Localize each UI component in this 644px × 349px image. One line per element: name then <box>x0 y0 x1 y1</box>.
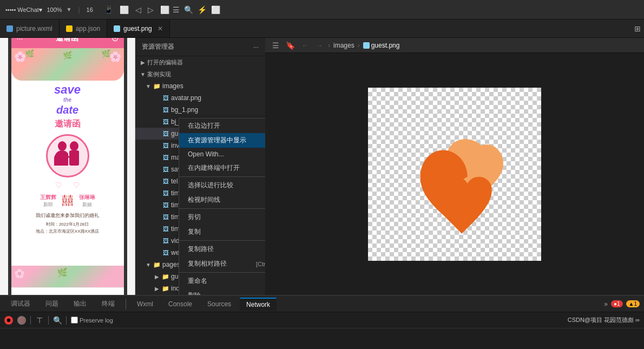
phone-tab-moments[interactable]: ▶ 美好时光 <box>68 288 96 295</box>
menu-icon[interactable]: ☰ <box>173 5 180 14</box>
devtools-tab-sources[interactable]: Sources <box>201 298 238 310</box>
save-th-file-icon: 🖼 <box>161 166 170 173</box>
tab-close-guest-png[interactable]: ✕ <box>157 25 163 32</box>
watermark-text: CSDN@项目 花园范德彪 ∞ <box>568 316 640 324</box>
toolbar-separator-2 <box>48 316 49 325</box>
devtools-tab-issues-label: 问题 <box>45 300 58 307</box>
tablet-icon[interactable]: ⬜ <box>120 5 129 14</box>
timg1-file-icon: 🖼 <box>161 190 170 196</box>
ctx-show-explorer-label: 在资源管理器中显示 <box>188 136 246 145</box>
toolbar-separator-3 <box>66 316 67 325</box>
split-editor-icon[interactable]: ⊞ <box>631 19 644 37</box>
couple-svg <box>49 139 87 174</box>
tabs-spacer <box>170 19 631 37</box>
filter-button[interactable]: ⊤ <box>35 316 44 325</box>
ctx-separator-1 <box>179 176 265 177</box>
devtools-more-icon[interactable]: » <box>604 300 608 308</box>
breadcrumb-back-btn[interactable]: ← <box>300 41 311 50</box>
phone-body: 🌸 🌿 🌸 🌿 🌿 save the date 邀请函 <box>11 48 124 287</box>
ctx-delete[interactable]: 删除 [Delete] <box>179 288 265 295</box>
preserve-log-checkbox[interactable] <box>71 317 78 324</box>
tree-file-bg1[interactable]: 🖼 bg_1.png <box>135 104 265 116</box>
images-folder-label: images <box>162 82 183 90</box>
zoom-label: 100% <box>47 6 62 13</box>
file-panel-menu[interactable]: ··· <box>253 43 259 51</box>
heart-left: ♡ <box>55 181 62 189</box>
devtools-tab-bar: 调试器 问题 输出 终端 Wxml Console Sources Networ… <box>0 296 644 312</box>
invitation-body-text: 我们诚邀您来参加我们的婚礼 <box>36 212 99 219</box>
tree-section-open-editors[interactable]: ▶ 打开的编辑器 <box>135 56 265 68</box>
images-folder-icon: 📁 <box>153 83 161 90</box>
bg1-file-label: bg_1.png <box>171 106 198 114</box>
record-button[interactable]: ⏺ <box>4 316 13 325</box>
case-impl-label: 案例实现 <box>147 70 171 78</box>
xi-character: 囍 <box>62 193 74 209</box>
invitation-tab-icon: 📧 <box>19 293 31 295</box>
tab-picture-wxml[interactable]: picture.wxml <box>0 19 60 37</box>
ctx-delete-label: 删除 <box>188 291 201 295</box>
floral-top-decoration: 🌸 🌿 🌸 🌿 🌿 <box>11 48 124 81</box>
wedding-file-icon: 🖼 <box>161 249 170 256</box>
breadcrumb-separator-1: › <box>328 42 330 49</box>
devtools-tab-network[interactable]: Network <box>240 298 277 311</box>
search-topbar-icon[interactable]: 🔍 <box>184 5 193 14</box>
open-editors-arrow: ▶ <box>139 60 147 65</box>
clear-button[interactable]: 🚫 <box>17 316 26 325</box>
tree-section-case-impl[interactable]: ▼ 案例实现 <box>135 68 265 80</box>
devtools-tab-issues[interactable]: 问题 <box>39 297 65 311</box>
save-the-date-text: save the date <box>54 83 81 117</box>
phone-icon[interactable]: 📱 <box>104 5 113 14</box>
devtools-tab-debugger[interactable]: 调试器 <box>4 297 37 311</box>
devtools-tab-output[interactable]: 输出 <box>67 297 93 311</box>
breadcrumb-menu-icon[interactable]: ☰ <box>271 41 281 50</box>
tree-file-avatar[interactable]: 🖼 avatar.png <box>135 92 265 104</box>
guest-subfolder-arrow: ▶ <box>153 274 161 280</box>
file-panel-header: 资源管理器 ··· <box>135 38 265 56</box>
split-icon[interactable]: ⬜ <box>160 5 169 14</box>
ctx-timeline[interactable]: 检视时间线 <box>179 193 265 207</box>
bride-name: 张琳琳 <box>79 194 95 201</box>
back-icon[interactable]: ◁ <box>135 5 141 14</box>
debug-icon[interactable]: ⚡ <box>198 5 207 14</box>
phone-nav-bar: ··· 邀请函 ⊙ <box>11 38 124 48</box>
breadcrumb-bookmark-icon[interactable]: 🔖 <box>284 41 297 50</box>
ctx-show-explorer[interactable]: 在资源管理器中显示 [Shift+Alt+R] <box>179 133 265 148</box>
moments-tab-icon: ▶ <box>78 293 86 295</box>
ctx-copy[interactable]: 复制 [Ctrl+C] <box>179 225 265 239</box>
ctx-rename[interactable]: 重命名 [F2] <box>179 274 265 288</box>
ctx-copy-path[interactable]: 复制路径 [Shift+Alt+C] <box>179 242 265 256</box>
ctx-compare[interactable]: 选择以进行比较 <box>179 178 265 193</box>
tree-folder-images[interactable]: ▼ 📁 images <box>135 80 265 92</box>
ctx-open-with[interactable]: Open With... <box>179 148 265 161</box>
devtools-tab-wxml[interactable]: Wxml <box>130 298 160 310</box>
ctx-cut[interactable]: 剪切 [Ctrl+X] <box>179 210 265 225</box>
nav-target-icon[interactable]: ⊙ <box>111 38 119 43</box>
devtools-tab-console[interactable]: Console <box>162 298 199 310</box>
guest-subfolder-icon: 📁 <box>161 273 170 280</box>
devtools-tab-terminal[interactable]: 终端 <box>95 297 121 311</box>
ctx-open-side[interactable]: 在边边打开 [Ctrl+Enter] <box>179 118 265 133</box>
file-tree-panel: 资源管理器 ··· ▶ 打开的编辑器 ▼ 案例实现 ▼ 📁 images <box>135 38 265 295</box>
forward-icon[interactable]: ▷ <box>148 5 154 14</box>
breadcrumb-forward-btn[interactable]: → <box>314 41 325 50</box>
tab-app-json[interactable]: app.json <box>60 19 107 37</box>
phone-tab-guests[interactable]: ❤ 宾客信息 <box>96 288 124 295</box>
ctx-rename-label: 重命名 <box>188 276 207 286</box>
phone-preview-panel: ••••• WeChat♥ 22:21 100% 🔋 ··· 邀请函 ⊙ <box>0 38 135 295</box>
breadcrumb-images[interactable]: images <box>333 42 354 49</box>
ctx-separator-3 <box>179 240 265 241</box>
phone-tab-photos[interactable]: ❤ 照片 <box>40 288 68 295</box>
couple-silhouette <box>46 134 89 177</box>
phone-tab-invitation[interactable]: 📧 邀请函 <box>11 288 40 295</box>
top-bar-icons: 📱 ⬜ ◁ ▷ ⬜ <box>104 5 169 14</box>
tab-guest-png[interactable]: guest.png ✕ <box>107 19 170 37</box>
ctx-open-terminal[interactable]: 在内建终端中打开 <box>179 161 265 175</box>
ctx-copy-rel-path[interactable]: 复制相对路径 [Ctrl+K Ctrl+Shift+C] <box>179 256 265 271</box>
ctx-separator-2 <box>179 208 265 209</box>
dropdown-icon[interactable]: ▼ <box>67 6 72 12</box>
devtools-tab-icons-right: » ●1 ▲1 <box>604 300 640 308</box>
index-subfolder-arrow: ▶ <box>153 286 161 292</box>
window-icon[interactable]: ⬜ <box>211 5 220 14</box>
nav-dots-icon[interactable]: ··· <box>17 38 23 43</box>
search-button[interactable]: 🔍 <box>53 316 62 325</box>
